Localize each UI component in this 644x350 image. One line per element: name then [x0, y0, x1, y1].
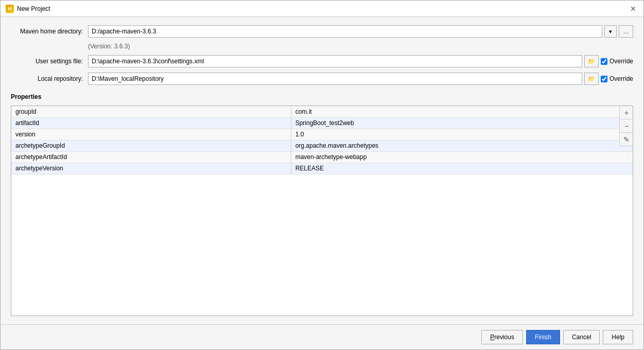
version-hint: (Version: 3.6.3) — [88, 43, 633, 50]
local-repo-input-wrapper: 📁 Override — [88, 73, 633, 85]
local-repo-override-text: Override — [610, 75, 633, 82]
user-settings-override-text: Override — [610, 58, 633, 65]
title-bar: M New Project ✕ — [1, 1, 643, 17]
cancel-button[interactable]: Cancel — [563, 330, 600, 344]
dialog-title: New Project — [17, 5, 50, 12]
property-value: SpringBoot_test2web — [291, 117, 633, 129]
previous-button[interactable]: Previous — [481, 330, 523, 344]
table-row: artifactId SpringBoot_test2web — [11, 117, 633, 129]
maven-home-label: Maven home directory: — [11, 28, 83, 35]
previous-label: Previous — [490, 334, 514, 341]
remove-property-button[interactable]: − — [620, 119, 633, 133]
local-repo-row: Local repository: 📁 Override — [11, 73, 633, 85]
maven-home-dropdown-button[interactable]: ▾ — [604, 25, 617, 38]
property-name: archetypeArtifactId — [11, 151, 291, 163]
property-value: RELEASE — [291, 163, 633, 174]
help-label: Help — [612, 334, 624, 341]
edit-property-button[interactable]: ✎ — [620, 133, 633, 146]
side-buttons: + − ✎ — [619, 106, 633, 146]
version-hint-text: (Version: 3.6.3) — [88, 43, 130, 50]
dialog-body: Maven home directory: ▾ … (Version: 3.6.… — [1, 17, 643, 324]
close-button[interactable]: ✕ — [628, 4, 638, 14]
property-name: archetypeGroupId — [11, 140, 291, 151]
help-button[interactable]: Help — [603, 330, 633, 344]
local-repo-override-checkbox[interactable] — [601, 76, 607, 82]
properties-data-table: groupId com.it artifactId SpringBoot_tes… — [11, 106, 633, 174]
property-name: groupId — [11, 106, 291, 117]
user-settings-browse-button[interactable]: 📁 — [584, 55, 599, 67]
maven-home-input[interactable] — [88, 25, 602, 38]
user-settings-label: User settings file: — [11, 58, 83, 65]
local-repo-override-label: Override — [601, 75, 633, 82]
property-name: artifactId — [11, 117, 291, 129]
maven-home-browse-button[interactable]: … — [619, 25, 633, 38]
property-value: 1.0 — [291, 129, 633, 140]
maven-home-input-wrapper: ▾ … — [88, 25, 633, 38]
properties-container: groupId com.it artifactId SpringBoot_tes… — [11, 106, 633, 316]
dialog-footer: Previous Finish Cancel Help — [1, 324, 643, 349]
maven-home-row: Maven home directory: ▾ … — [11, 25, 633, 38]
property-value: com.it — [291, 106, 633, 117]
user-settings-override-label: Override — [601, 58, 633, 65]
user-settings-row: User settings file: 📁 Override — [11, 55, 633, 67]
table-row: groupId com.it — [11, 106, 633, 117]
table-row: archetypeArtifactId maven-archetype-weba… — [11, 151, 633, 163]
add-property-button[interactable]: + — [620, 106, 633, 119]
table-row: archetypeGroupId org.apache.maven.archet… — [11, 140, 633, 151]
cancel-label: Cancel — [572, 334, 591, 341]
finish-label: Finish — [535, 334, 551, 341]
table-row: archetypeVersion RELEASE — [11, 163, 633, 174]
table-row: version 1.0 — [11, 129, 633, 140]
finish-button[interactable]: Finish — [526, 330, 560, 344]
properties-section-title: Properties — [11, 93, 633, 100]
properties-table: groupId com.it artifactId SpringBoot_tes… — [11, 106, 633, 316]
local-repo-input[interactable] — [88, 73, 582, 85]
property-name: version — [11, 129, 291, 140]
property-name: archetypeVersion — [11, 163, 291, 174]
user-settings-override-checkbox[interactable] — [601, 58, 607, 65]
user-settings-input[interactable] — [88, 55, 582, 67]
local-repo-label: Local repository: — [11, 75, 83, 82]
app-icon: M — [6, 5, 14, 13]
property-value: org.apache.maven.archetypes — [291, 140, 633, 151]
new-project-dialog: M New Project ✕ Maven home directory: ▾ … — [0, 0, 644, 350]
user-settings-input-wrapper: 📁 Override — [88, 55, 633, 67]
title-bar-left: M New Project — [6, 5, 50, 13]
local-repo-browse-button[interactable]: 📁 — [584, 73, 599, 85]
property-value: maven-archetype-webapp — [291, 151, 633, 163]
